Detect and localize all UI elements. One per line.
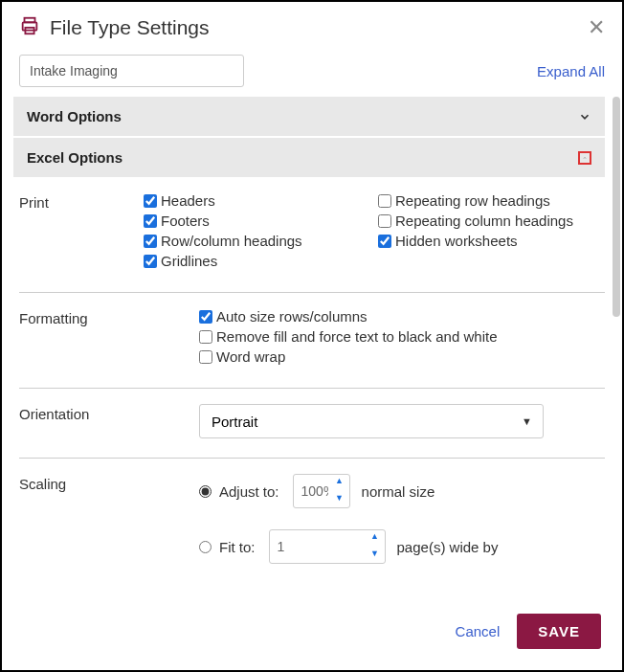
adjust-percent-spinner[interactable]: ▲ ▼ — [293, 474, 350, 508]
section-label: Print — [19, 192, 144, 211]
scroll-area: Word Options Excel Options Print Headers… — [2, 97, 622, 596]
fit-pages-wide-spinner[interactable]: ▲ ▼ — [269, 529, 386, 564]
spin-up-icon[interactable]: ▲ — [368, 532, 383, 544]
dialog-title: File Type Settings — [50, 16, 588, 39]
accordion-label: Excel Options — [27, 149, 123, 166]
spin-up-icon[interactable]: ▲ — [332, 477, 347, 488]
radio-adjust-to[interactable] — [199, 485, 212, 498]
checkbox-footers[interactable]: Footers — [144, 213, 370, 229]
accordion-label: Word Options — [27, 108, 122, 124]
print-col-right: Repeating row headings Repeating column … — [378, 192, 605, 273]
checkbox-word-wrap[interactable]: Word wrap — [199, 348, 605, 365]
fit-suffix: page(s) wide by — [397, 539, 499, 555]
close-icon[interactable]: ✕ — [588, 17, 605, 38]
checkbox-headers[interactable]: Headers — [144, 192, 370, 209]
print-col-left: Headers Footers Row/column headings Grid… — [144, 192, 370, 273]
checkbox-hidden-worksheets[interactable]: Hidden worksheets — [378, 233, 605, 249]
radio-fit-to[interactable] — [199, 541, 212, 553]
scrollbar-thumb[interactable] — [613, 97, 620, 317]
spin-down-icon[interactable]: ▼ — [368, 549, 383, 561]
orientation-select[interactable]: Portrait — [199, 404, 544, 438]
section-label: Orientation — [19, 404, 199, 422]
spinner-buttons: ▲ ▼ — [368, 532, 383, 561]
save-button[interactable]: SAVE — [517, 614, 601, 649]
section-label: Formatting — [19, 308, 144, 326]
scaling-adjust-row: Adjust to: ▲ ▼ normal size — [199, 474, 605, 508]
file-type-settings-dialog: File Type Settings ✕ Expand All Word Opt… — [0, 0, 624, 672]
scaling-fit-row: Fit to: ▲ ▼ page(s) wide by — [199, 529, 605, 564]
preset-name-input[interactable] — [19, 55, 244, 87]
orientation-section: Orientation Portrait ▼ — [19, 404, 605, 459]
radio-label: Adjust to: — [219, 483, 279, 500]
excel-options-panel: Print Headers Footers Row/column heading… — [13, 179, 611, 596]
checkbox-remove-fill[interactable]: Remove fill and force text to black and … — [199, 328, 605, 345]
checkbox-row-column-headings[interactable]: Row/column headings — [144, 233, 370, 249]
section-label: Scaling — [19, 474, 199, 492]
checkbox-gridlines[interactable]: Gridlines — [144, 253, 370, 269]
checkbox-repeating-row-headings[interactable]: Repeating row headings — [378, 192, 605, 209]
dialog-header: File Type Settings ✕ — [2, 2, 622, 51]
adjust-suffix: normal size — [362, 483, 435, 500]
radio-label: Fit to: — [219, 539, 256, 555]
scaling-section: Scaling Adjust to: ▲ ▼ normal size — [19, 474, 605, 596]
controls-row: Expand All — [2, 51, 622, 97]
spin-down-icon[interactable]: ▼ — [332, 494, 347, 505]
accordion-excel-options[interactable]: Excel Options — [13, 138, 605, 177]
checkbox-repeating-column-headings[interactable]: Repeating column headings — [378, 213, 605, 229]
dialog-footer: Cancel SAVE — [2, 596, 622, 670]
checkbox-auto-size[interactable]: Auto size rows/columns — [199, 308, 605, 325]
cancel-button[interactable]: Cancel — [456, 623, 501, 639]
chevron-down-icon — [578, 110, 591, 123]
accordion-word-options[interactable]: Word Options — [13, 97, 605, 136]
chevron-up-icon — [578, 151, 591, 165]
formatting-section: Formatting Auto size rows/columns Remove… — [19, 308, 605, 389]
spinner-buttons: ▲ ▼ — [332, 477, 347, 505]
expand-all-link[interactable]: Expand All — [537, 63, 605, 79]
printer-icon — [19, 15, 40, 39]
print-section: Print Headers Footers Row/column heading… — [19, 192, 605, 293]
